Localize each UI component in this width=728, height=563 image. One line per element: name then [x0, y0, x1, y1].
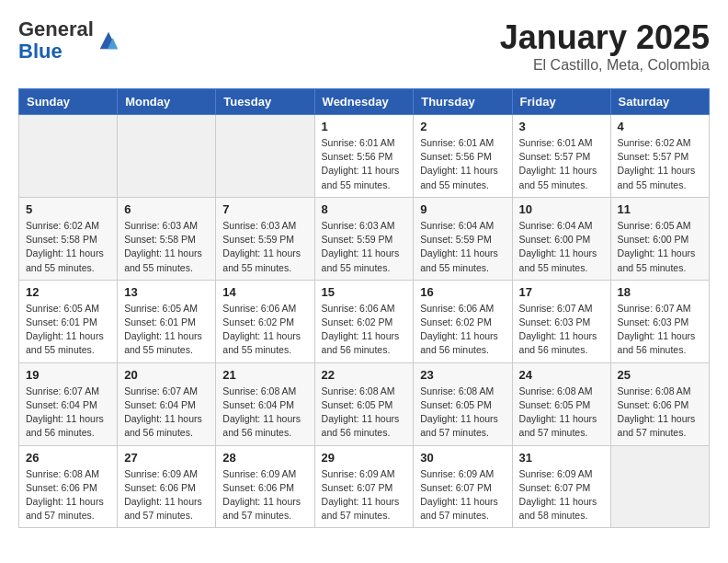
day-info: Sunrise: 6:06 AMSunset: 6:02 PMDaylight:…: [420, 302, 505, 358]
day-info: Sunrise: 6:05 AMSunset: 6:01 PMDaylight:…: [124, 302, 209, 358]
day-number: 4: [618, 120, 702, 133]
day-info: Sunrise: 6:01 AMSunset: 5:57 PMDaylight:…: [519, 136, 604, 192]
calendar-cell: 21Sunrise: 6:08 AMSunset: 6:04 PMDayligh…: [216, 362, 314, 445]
day-info: Sunrise: 6:09 AMSunset: 6:07 PMDaylight:…: [322, 467, 407, 523]
calendar-table: SundayMondayTuesdayWednesdayThursdayFrid…: [18, 88, 710, 528]
day-number: 13: [124, 285, 209, 299]
calendar-cell: 3Sunrise: 6:01 AMSunset: 5:57 PMDaylight…: [512, 115, 610, 198]
calendar-cell: 7Sunrise: 6:03 AMSunset: 5:59 PMDaylight…: [216, 197, 314, 280]
day-info: Sunrise: 6:03 AMSunset: 5:59 PMDaylight:…: [322, 219, 407, 275]
title-block: January 2025 El Castillo, Meta, Colombia: [500, 18, 710, 74]
day-number: 23: [420, 368, 505, 382]
day-info: Sunrise: 6:02 AMSunset: 5:58 PMDaylight:…: [26, 219, 110, 275]
calendar-cell: 19Sunrise: 6:07 AMSunset: 6:04 PMDayligh…: [19, 362, 118, 445]
day-info: Sunrise: 6:01 AMSunset: 5:56 PMDaylight:…: [420, 136, 505, 192]
day-info: Sunrise: 6:02 AMSunset: 5:57 PMDaylight:…: [618, 136, 702, 192]
day-info: Sunrise: 6:05 AMSunset: 6:01 PMDaylight:…: [26, 302, 110, 358]
calendar-cell: 26Sunrise: 6:08 AMSunset: 6:06 PMDayligh…: [19, 445, 118, 528]
day-number: 18: [618, 285, 702, 299]
logo-icon: [96, 28, 121, 53]
calendar-cell: 30Sunrise: 6:09 AMSunset: 6:07 PMDayligh…: [414, 445, 512, 528]
calendar-cell: 24Sunrise: 6:08 AMSunset: 6:05 PMDayligh…: [512, 362, 610, 445]
calendar-cell: 14Sunrise: 6:06 AMSunset: 6:02 PMDayligh…: [216, 280, 314, 362]
day-number: 1: [322, 120, 407, 133]
calendar-week-row: 26Sunrise: 6:08 AMSunset: 6:06 PMDayligh…: [19, 445, 710, 528]
calendar-cell: 22Sunrise: 6:08 AMSunset: 6:05 PMDayligh…: [314, 362, 414, 445]
calendar-cell: 20Sunrise: 6:07 AMSunset: 6:04 PMDayligh…: [118, 362, 216, 445]
day-info: Sunrise: 6:07 AMSunset: 6:03 PMDaylight:…: [618, 302, 702, 358]
day-number: 28: [222, 451, 307, 465]
calendar-cell: 9Sunrise: 6:04 AMSunset: 5:59 PMDaylight…: [414, 197, 512, 280]
day-number: 16: [420, 285, 505, 299]
day-number: 9: [420, 202, 505, 216]
calendar-week-row: 1Sunrise: 6:01 AMSunset: 5:56 PMDaylight…: [19, 115, 710, 198]
calendar-cell: 27Sunrise: 6:09 AMSunset: 6:06 PMDayligh…: [118, 445, 216, 528]
day-info: Sunrise: 6:06 AMSunset: 6:02 PMDaylight:…: [222, 302, 307, 358]
day-info: Sunrise: 6:08 AMSunset: 6:04 PMDaylight:…: [222, 385, 307, 441]
day-number: 7: [222, 202, 307, 216]
day-info: Sunrise: 6:08 AMSunset: 6:05 PMDaylight:…: [420, 385, 505, 441]
location-title: El Castillo, Meta, Colombia: [500, 57, 710, 74]
calendar-cell: [19, 115, 118, 198]
calendar-cell: [216, 115, 314, 198]
day-number: 27: [124, 451, 209, 465]
day-info: Sunrise: 6:07 AMSunset: 6:04 PMDaylight:…: [124, 385, 209, 441]
calendar-cell: 17Sunrise: 6:07 AMSunset: 6:03 PMDayligh…: [512, 280, 610, 362]
day-number: 2: [420, 120, 505, 133]
calendar-cell: 13Sunrise: 6:05 AMSunset: 6:01 PMDayligh…: [118, 280, 216, 362]
day-number: 29: [322, 451, 407, 465]
day-number: 3: [519, 120, 604, 133]
day-number: 14: [222, 285, 307, 299]
day-number: 12: [26, 285, 110, 299]
calendar-header-row: SundayMondayTuesdayWednesdayThursdayFrid…: [19, 89, 710, 115]
calendar-cell: [610, 445, 709, 528]
day-number: 11: [618, 202, 702, 216]
day-info: Sunrise: 6:03 AMSunset: 5:58 PMDaylight:…: [124, 219, 209, 275]
day-number: 26: [26, 451, 110, 465]
weekday-header: Sunday: [19, 89, 118, 115]
calendar-cell: 6Sunrise: 6:03 AMSunset: 5:58 PMDaylight…: [118, 197, 216, 280]
calendar-cell: 15Sunrise: 6:06 AMSunset: 6:02 PMDayligh…: [314, 280, 414, 362]
weekday-header: Saturday: [610, 89, 709, 115]
day-number: 10: [519, 202, 604, 216]
calendar-cell: 23Sunrise: 6:08 AMSunset: 6:05 PMDayligh…: [414, 362, 512, 445]
day-number: 24: [519, 368, 604, 382]
day-info: Sunrise: 6:07 AMSunset: 6:03 PMDaylight:…: [519, 302, 604, 358]
calendar-cell: 12Sunrise: 6:05 AMSunset: 6:01 PMDayligh…: [19, 280, 118, 362]
calendar-cell: 10Sunrise: 6:04 AMSunset: 6:00 PMDayligh…: [512, 197, 610, 280]
day-info: Sunrise: 6:08 AMSunset: 6:05 PMDaylight:…: [519, 385, 604, 441]
calendar-cell: [118, 115, 216, 198]
day-info: Sunrise: 6:01 AMSunset: 5:56 PMDaylight:…: [322, 136, 407, 192]
day-number: 15: [322, 285, 407, 299]
day-info: Sunrise: 6:08 AMSunset: 6:06 PMDaylight:…: [26, 467, 110, 523]
day-info: Sunrise: 6:06 AMSunset: 6:02 PMDaylight:…: [322, 302, 407, 358]
calendar-cell: 11Sunrise: 6:05 AMSunset: 6:00 PMDayligh…: [610, 197, 709, 280]
day-info: Sunrise: 6:07 AMSunset: 6:04 PMDaylight:…: [26, 385, 110, 441]
calendar-cell: 2Sunrise: 6:01 AMSunset: 5:56 PMDaylight…: [414, 115, 512, 198]
logo-general: General: [18, 17, 94, 40]
day-info: Sunrise: 6:09 AMSunset: 6:07 PMDaylight:…: [519, 467, 604, 523]
weekday-header: Wednesday: [314, 89, 414, 115]
calendar-week-row: 12Sunrise: 6:05 AMSunset: 6:01 PMDayligh…: [19, 280, 710, 362]
day-number: 6: [124, 202, 209, 216]
weekday-header: Monday: [118, 89, 216, 115]
day-info: Sunrise: 6:08 AMSunset: 6:05 PMDaylight:…: [322, 385, 407, 441]
calendar-cell: 18Sunrise: 6:07 AMSunset: 6:03 PMDayligh…: [610, 280, 709, 362]
logo-blue: Blue: [18, 40, 63, 63]
calendar-cell: 25Sunrise: 6:08 AMSunset: 6:06 PMDayligh…: [610, 362, 709, 445]
calendar-cell: 28Sunrise: 6:09 AMSunset: 6:06 PMDayligh…: [216, 445, 314, 528]
day-number: 22: [322, 368, 407, 382]
weekday-header: Thursday: [414, 89, 512, 115]
day-info: Sunrise: 6:04 AMSunset: 5:59 PMDaylight:…: [420, 219, 505, 275]
calendar-cell: 5Sunrise: 6:02 AMSunset: 5:58 PMDaylight…: [19, 197, 118, 280]
weekday-header: Friday: [512, 89, 610, 115]
day-number: 30: [420, 451, 505, 465]
weekday-header: Tuesday: [216, 89, 314, 115]
month-title: January 2025: [500, 18, 710, 57]
calendar-cell: 16Sunrise: 6:06 AMSunset: 6:02 PMDayligh…: [414, 280, 512, 362]
day-info: Sunrise: 6:09 AMSunset: 6:06 PMDaylight:…: [124, 467, 209, 523]
calendar-cell: 31Sunrise: 6:09 AMSunset: 6:07 PMDayligh…: [512, 445, 610, 528]
calendar-cell: 8Sunrise: 6:03 AMSunset: 5:59 PMDaylight…: [314, 197, 414, 280]
page-header: General Blue January 2025 El Castillo, M…: [18, 18, 710, 74]
day-number: 19: [26, 368, 110, 382]
